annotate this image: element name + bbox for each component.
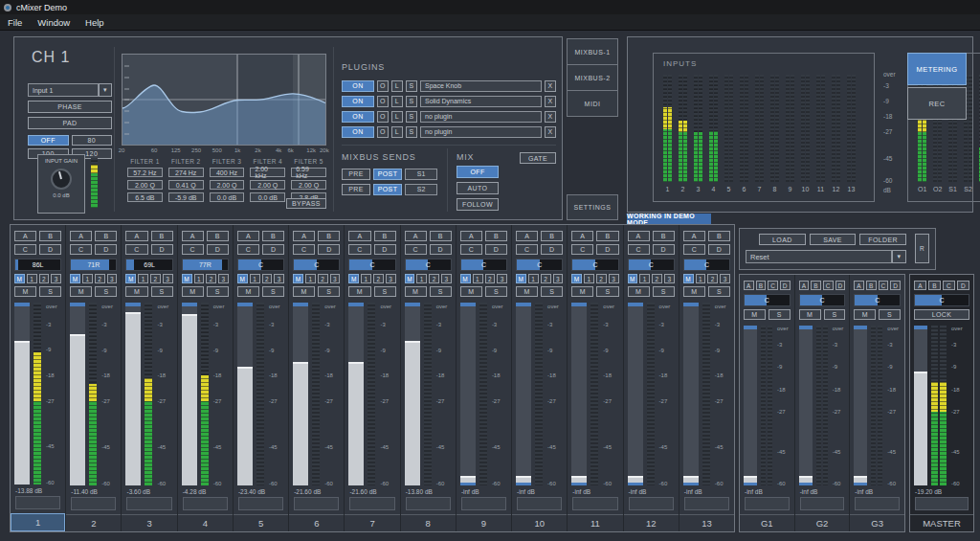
pan-slider[interactable]: C bbox=[405, 259, 452, 271]
channel-name-input[interactable] bbox=[406, 497, 451, 510]
assign-b-button[interactable]: B bbox=[866, 281, 877, 290]
assign-m-button[interactable]: M bbox=[70, 274, 80, 283]
plugin-name-field[interactable]: Solid Dynamics bbox=[420, 96, 542, 107]
assign-3-button[interactable]: 3 bbox=[664, 274, 675, 283]
assign-a-button[interactable]: A bbox=[460, 231, 482, 241]
mute-button[interactable]: M bbox=[237, 286, 259, 297]
assign-m-button[interactable]: M bbox=[405, 274, 415, 283]
menu-item-help[interactable]: Help bbox=[78, 14, 112, 30]
assign-a-button[interactable]: A bbox=[293, 231, 315, 241]
solo-button[interactable]: S bbox=[653, 286, 675, 297]
plugin-name-field[interactable]: no plugin bbox=[420, 111, 542, 123]
assign-1-button[interactable]: 1 bbox=[27, 274, 37, 283]
assign-m-button[interactable]: M bbox=[348, 274, 359, 283]
assign-a-button[interactable]: A bbox=[516, 231, 538, 241]
plugin-on-button[interactable]: ON bbox=[342, 111, 374, 123]
assign-d-button[interactable]: D bbox=[262, 244, 284, 255]
assign-c-button[interactable]: C bbox=[516, 244, 538, 255]
assign-1-button[interactable]: 1 bbox=[528, 274, 539, 283]
fader-handle[interactable] bbox=[628, 476, 643, 483]
mix-auto-button[interactable]: AUTO bbox=[457, 182, 499, 194]
assign-a-button[interactable]: A bbox=[914, 281, 926, 290]
assign-c-button[interactable]: C bbox=[14, 244, 36, 255]
mute-button[interactable]: M bbox=[405, 286, 427, 297]
assign-c-button[interactable]: C bbox=[571, 244, 593, 255]
pan-slider[interactable]: 86L bbox=[14, 259, 61, 271]
strip-select-tab-8[interactable]: 8 bbox=[401, 514, 456, 531]
fader-handle[interactable] bbox=[405, 341, 420, 485]
assign-m-button[interactable]: M bbox=[293, 274, 303, 283]
assign-c-button[interactable]: C bbox=[683, 244, 705, 255]
fader-handle[interactable] bbox=[348, 362, 364, 485]
solo-button[interactable]: S bbox=[262, 286, 284, 297]
assign-b-button[interactable]: B bbox=[262, 231, 284, 241]
assign-m-button[interactable]: M bbox=[683, 274, 694, 283]
assign-2-button[interactable]: 2 bbox=[485, 274, 496, 283]
pan-slider[interactable]: C bbox=[460, 259, 507, 271]
rec-button[interactable]: REC bbox=[907, 87, 967, 120]
mute-button[interactable]: M bbox=[125, 286, 147, 297]
filter-freq-value[interactable]: 400 Hz bbox=[210, 168, 245, 177]
pan-slider[interactable]: C bbox=[914, 294, 969, 306]
pan-slider[interactable]: 71R bbox=[70, 259, 117, 271]
assign-2-button[interactable]: 2 bbox=[150, 274, 161, 283]
folder-button[interactable]: FOLDER bbox=[859, 234, 906, 245]
assign-c-button[interactable]: C bbox=[182, 244, 204, 255]
input-select[interactable]: Input 1 bbox=[28, 83, 99, 97]
strip-select-tab-11[interactable]: 11 bbox=[568, 514, 622, 531]
assign-b-button[interactable]: B bbox=[318, 231, 340, 241]
phase-button[interactable]: PHASE bbox=[28, 101, 112, 113]
filter-q-value[interactable]: 2.00 Q bbox=[210, 180, 245, 190]
assign-1-button[interactable]: 1 bbox=[138, 274, 148, 283]
solo-button[interactable]: S bbox=[485, 286, 507, 297]
tab-settings[interactable]: SETTINGS bbox=[567, 194, 618, 220]
assign-1-button[interactable]: 1 bbox=[361, 274, 371, 283]
gate-button[interactable]: GATE bbox=[520, 152, 556, 164]
pan-slider[interactable]: 77R bbox=[182, 259, 229, 271]
mix-off-button[interactable]: OFF bbox=[457, 166, 499, 178]
pan-slider[interactable]: C bbox=[799, 294, 846, 306]
strip-select-tab-5[interactable]: 5 bbox=[234, 514, 288, 531]
fader[interactable] bbox=[70, 303, 85, 485]
strip-select-tab-3[interactable]: 3 bbox=[122, 514, 176, 531]
fader-handle[interactable] bbox=[744, 476, 757, 483]
solo-button[interactable]: S bbox=[824, 309, 846, 320]
assign-c-button[interactable]: C bbox=[293, 244, 315, 255]
assign-2-button[interactable]: 2 bbox=[707, 274, 718, 283]
plugin-remove-button[interactable]: X bbox=[545, 126, 556, 138]
assign-3-button[interactable]: 3 bbox=[107, 274, 118, 283]
assign-c-button[interactable]: C bbox=[823, 281, 834, 290]
pan-slider[interactable]: C bbox=[516, 259, 563, 271]
assign-2-button[interactable]: 2 bbox=[596, 274, 607, 283]
assign-m-button[interactable]: M bbox=[516, 274, 526, 283]
solo-button[interactable]: S bbox=[430, 286, 452, 297]
fader[interactable] bbox=[348, 303, 364, 485]
fader[interactable] bbox=[293, 303, 308, 485]
assign-a-button[interactable]: A bbox=[683, 231, 705, 241]
channel-name-input[interactable] bbox=[915, 497, 969, 510]
plugin-s-button[interactable]: S bbox=[406, 111, 417, 123]
menu-item-file[interactable]: File bbox=[0, 14, 30, 30]
assign-c-button[interactable]: C bbox=[460, 244, 482, 255]
mute-button[interactable]: M bbox=[293, 286, 315, 297]
assign-m-button[interactable]: M bbox=[628, 274, 638, 283]
mute-button[interactable]: M bbox=[348, 286, 370, 297]
hpf-button-off[interactable]: OFF bbox=[28, 135, 69, 146]
assign-b-button[interactable]: B bbox=[430, 231, 452, 241]
fader[interactable] bbox=[683, 303, 699, 485]
pan-slider[interactable]: C bbox=[854, 294, 901, 306]
assign-a-button[interactable]: A bbox=[854, 281, 864, 290]
plugin-on-button[interactable]: ON bbox=[342, 80, 374, 92]
plugin-remove-button[interactable]: X bbox=[545, 80, 556, 92]
assign-a-button[interactable]: A bbox=[182, 231, 204, 241]
fader-handle[interactable] bbox=[571, 476, 587, 483]
plugin-o-button[interactable]: O bbox=[377, 80, 389, 92]
solo-button[interactable]: S bbox=[708, 286, 730, 297]
mute-button[interactable]: M bbox=[854, 309, 876, 320]
channel-name-input[interactable] bbox=[461, 497, 506, 510]
assign-1-button[interactable]: 1 bbox=[194, 274, 205, 283]
assign-a-button[interactable]: A bbox=[125, 231, 147, 241]
plugin-l-button[interactable]: L bbox=[391, 80, 403, 92]
hpf-button-80[interactable]: 80 bbox=[72, 135, 113, 146]
assign-m-button[interactable]: M bbox=[460, 274, 471, 283]
